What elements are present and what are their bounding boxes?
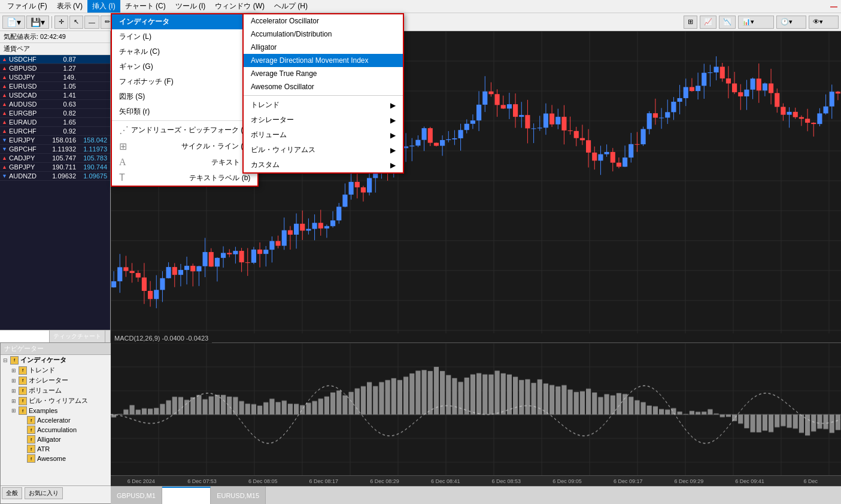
time-label: 6 Dec 2024 [111, 478, 172, 484]
time-label: 6 Dec 08:29 [354, 478, 415, 484]
insert-textlabel-item[interactable]: T テキストラベル (b) [112, 170, 257, 186]
view-button[interactable]: 👁▾ [809, 16, 839, 29]
menu-view[interactable]: 表示 (V) [52, 0, 87, 13]
time-label: 6 Dec 08:05 [232, 478, 293, 484]
menu-window[interactable]: ウィンドウ (W) [210, 0, 269, 13]
indicator-button[interactable]: 📊▾ [738, 16, 774, 29]
chart-up-button[interactable]: 📈 [700, 16, 716, 29]
pair-section-label: 通貨ペア [0, 43, 110, 55]
menu-insert[interactable]: 挿入 (I) [87, 0, 120, 13]
submenu-custom[interactable]: カスタム ▶ [244, 157, 403, 172]
grid-button[interactable]: ⊞ [684, 16, 697, 29]
menu-help[interactable]: ヘルプ (H) [269, 0, 312, 13]
submenu-oscillator[interactable]: オシレーター ▶ [244, 113, 403, 127]
pair-row-eurjpy[interactable]: ▼ EURJPY 158.016 158.042 [0, 136, 110, 145]
menu-chart[interactable]: チャート (C) [120, 0, 171, 13]
crosshair-button[interactable]: ✛ [54, 16, 68, 29]
pair-row-cadjpy[interactable]: ▲ CADJPY 105.747 105.783 [0, 154, 110, 163]
pair-tabs: 通貨ペアリスト ティックチャート [0, 330, 110, 342]
pair-row-eurgbp[interactable]: ▲ EURGBP 0.82 [0, 109, 110, 118]
tab-usdjpy[interactable]: USDJPY,M1 [162, 487, 211, 504]
tab-pair-list[interactable]: 通貨ペアリスト [0, 330, 50, 342]
time-label: 6 Dec [780, 478, 841, 484]
submenu-accelerator[interactable]: Accelerator Oscillator [244, 14, 403, 28]
time-label: 6 Dec 09:29 [658, 478, 719, 484]
submenu-williams[interactable]: ビル・ウィリアムス ▶ [244, 142, 403, 157]
menu-file[interactable]: ファイル (F) [2, 0, 52, 13]
submenu-awesome[interactable]: Awesome Oscillator [244, 80, 403, 93]
nav-favorites-button[interactable]: お気に入り [25, 487, 63, 499]
pair-row-usdchf[interactable]: ▲ USDCHF 0.87 [0, 55, 110, 64]
insert-arrows-item[interactable]: 矢印類 (r) ▶ [112, 104, 257, 119]
nav-all-button[interactable]: 全般 [2, 487, 22, 499]
menu-separator [112, 120, 257, 121]
submenu-sep [244, 95, 403, 96]
insert-line-item[interactable]: ライン (L) ▶ [112, 29, 257, 44]
sep1 [51, 16, 52, 28]
window-close-icon[interactable]: — [830, 2, 837, 11]
open-button[interactable]: 💾▾ [26, 16, 49, 29]
insert-andrews-item[interactable]: ⋰ アンドリューズ・ピッチフォーク (A) [112, 122, 257, 138]
macd-canvas [111, 343, 841, 486]
pair-row-eurusd[interactable]: ▲ EURUSD 1.05 [0, 82, 110, 91]
time-label: 6 Dec 08:53 [476, 478, 537, 484]
pairs-list: ▲ USDCHF 0.87 ▲ GBPUSD 1.27 ▲ USDJPY 149… [0, 55, 110, 330]
pair-row-euraud[interactable]: ▲ EURAUD 1.65 [0, 118, 110, 127]
macd-info-label: MACD(12,26,9) -0.0400 -0.0423 [111, 333, 212, 343]
time-label: 6 Dec 09:17 [597, 478, 658, 484]
submenu-admi[interactable]: Average Directional Movement Index [244, 54, 403, 67]
chart-down-button[interactable]: 📉 [719, 16, 736, 29]
pair-row-audnzd[interactable]: ▼ AUDNZD 1.09632 1.09675 [0, 172, 110, 181]
pair-row-gbpusd[interactable]: ▲ GBPUSD 1.27 [0, 64, 110, 73]
insert-channel-item[interactable]: チャネル (C) ▶ [112, 44, 257, 59]
time-label: 6 Dec 08:41 [415, 478, 476, 484]
submenu-volume[interactable]: ボリューム ▶ [244, 127, 403, 142]
new-chart-button[interactable]: 📄▾ [2, 16, 25, 29]
pair-row-gbpjpy[interactable]: ▲ GBPJPY 190.711 190.744 [0, 163, 110, 172]
pair-row-audusd[interactable]: ▲ AUDUSD 0.63 [0, 100, 110, 109]
submenu-trend[interactable]: トレンド ▶ [244, 98, 403, 113]
insert-menu: インディケータ ▶ ライン (L) ▶ チャネル (C) ▶ ギャン (G) ▶… [111, 13, 259, 187]
menu-tools[interactable]: ツール (I) [171, 0, 211, 13]
tab-eurusd[interactable]: EURUSD,M15 [211, 487, 266, 504]
time-label: 6 Dec 09:05 [537, 478, 598, 484]
time-label: 6 Dec 07:53 [172, 478, 233, 484]
tab-tick-chart[interactable]: ティックチャート [50, 330, 105, 342]
line-button[interactable]: — [84, 16, 99, 29]
submenu-alligator[interactable]: Alligator [244, 41, 403, 54]
pair-row-gbpchf[interactable]: ▼ GBPCHF 1.11932 1.11973 [0, 145, 110, 154]
submenu-accumulation[interactable]: Accumulation/Distribution [244, 28, 403, 41]
pair-row-usdjpy[interactable]: ▲ USDJPY 149. [0, 73, 110, 82]
insert-gann-item[interactable]: ギャン (G) ▶ [112, 59, 257, 74]
insert-text-item[interactable]: A テキスト (x) [112, 154, 257, 170]
time-label: 6 Dec 09:41 [719, 478, 781, 484]
time-axis: 6 Dec 20246 Dec 07:536 Dec 08:056 Dec 08… [111, 475, 841, 486]
indicators-submenu: Accelerator Oscillator Accumulation/Dist… [242, 13, 404, 174]
pair-row-usdcad[interactable]: ▲ USDCAD 1.41 [0, 91, 110, 100]
submenu-atr[interactable]: Average True Range [244, 67, 403, 80]
clock-button[interactable]: 🕐▾ [776, 16, 806, 29]
tab-gbpusd[interactable]: GBPUSD,M1 [111, 487, 162, 504]
macd-chart[interactable] [111, 342, 841, 486]
insert-shapes-item[interactable]: 図形 (S) ▶ [112, 89, 257, 104]
arrow-button[interactable]: ↖ [69, 16, 83, 29]
pair-row-eurchf[interactable]: ▲ EURCHF 0.92 [0, 127, 110, 136]
time-label: 6 Dec 08:17 [293, 478, 354, 484]
time-display: 気配値表示: 02:42:49 [0, 31, 110, 43]
insert-cycle-item[interactable]: ⊞ サイクル・ライン (Y) [112, 138, 257, 154]
menu-bar: ファイル (F) 表示 (V) 挿入 (I) チャート (C) ツール (I) … [0, 0, 841, 13]
insert-indicators-item[interactable]: インディケータ ▶ [112, 14, 257, 29]
insert-fibonacci-item[interactable]: フィボナッチ (F) ▶ [112, 74, 257, 89]
chart-tabs-bar: GBPUSD,M1 USDJPY,M1 EURUSD,M15 [111, 486, 841, 504]
